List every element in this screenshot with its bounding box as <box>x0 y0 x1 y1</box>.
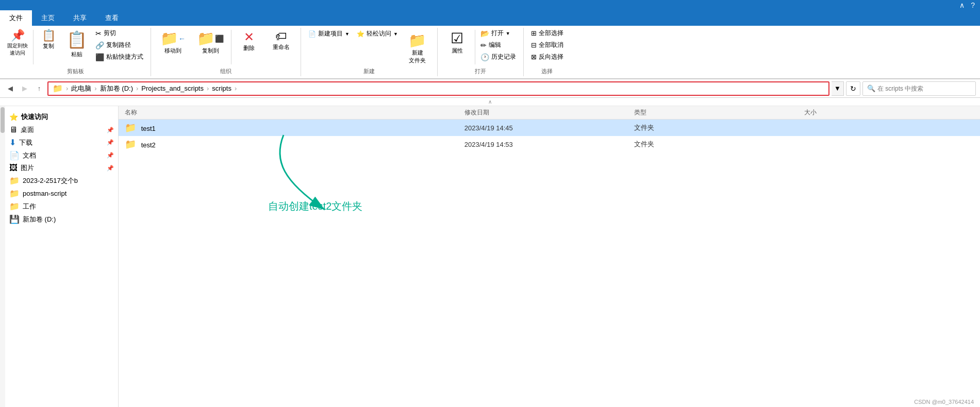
file-list: 📁 test1 2023/4/19 14:45 文件夹 📁 test2 2023… <box>119 120 980 152</box>
tab-share[interactable]: 共享 <box>64 10 96 26</box>
file-list-wrapper: 📁 test1 2023/4/19 14:45 文件夹 📁 test2 2023… <box>119 120 980 407</box>
paste-shortcut-button[interactable]: ⬛ 粘贴快捷方式 <box>92 52 146 62</box>
address-dropdown-button[interactable]: ▼ <box>832 81 844 96</box>
main-area: ⭐ 快速访问 🖥 桌面 📌 ⬇ 下载 📌 📄 文档 📌 <box>0 106 980 407</box>
up-button[interactable]: ↑ <box>33 82 45 95</box>
move-to-label: 移动到 <box>164 47 181 55</box>
tab-view[interactable]: 查看 <box>96 10 128 26</box>
file-area: 名称 修改日期 类型 大小 📁 test1 2023/4/19 14:45 文件… <box>119 106 980 407</box>
select-none-icon: ⊟ <box>531 41 537 49</box>
postman-icon: 📁 <box>9 189 20 198</box>
edit-button[interactable]: ✏ 编辑 <box>477 40 519 50</box>
help-button[interactable]: ? <box>968 0 978 10</box>
sidebar-scroll-thumb[interactable] <box>1 107 5 133</box>
pictures-label: 图片 <box>21 163 34 173</box>
collapse-ribbon-button[interactable]: ∧ <box>956 0 968 10</box>
copy-button[interactable]: 📋 复制 <box>36 28 61 52</box>
sidebar-container: ⭐ 快速访问 🖥 桌面 📌 ⬇ 下载 📌 📄 文档 📌 <box>0 106 119 407</box>
col-header-name[interactable]: 名称 <box>125 108 464 117</box>
path-item-scripts[interactable]: scripts <box>212 84 231 92</box>
tab-file[interactable]: 文件 <box>0 10 32 26</box>
paste-button[interactable]: 📋 粘贴 <box>62 28 91 60</box>
table-row[interactable]: 📁 test2 2023/4/19 14:53 文件夹 <box>119 136 980 152</box>
ribbon: 文件 主页 共享 查看 📌 固定到快速访问 📋 复制 <box>0 10 980 79</box>
cut-label: 剪切 <box>104 29 116 38</box>
sidebar-scrollbar[interactable] <box>0 106 5 407</box>
col-header-date[interactable]: 修改日期 <box>464 108 634 117</box>
rename-button[interactable]: 🏷 重命名 <box>265 28 296 53</box>
back-button[interactable]: ◀ <box>4 82 16 95</box>
ribbon-tabs: 文件 主页 共享 查看 <box>0 10 980 26</box>
file-folder-icon2: 📁 <box>125 139 136 149</box>
invert-selection-button[interactable]: ⊠ 反向选择 <box>528 52 567 62</box>
pin-label: 固定到快速访问 <box>7 42 28 57</box>
clipboard-label: 剪贴板 <box>67 66 84 76</box>
move-to-button[interactable]: 📁← 移动到 <box>155 28 191 57</box>
file-type-test2: 文件夹 <box>634 140 804 149</box>
new-folder-button[interactable]: 📁 新建文件夹 <box>402 30 433 66</box>
sidebar-item-drive[interactable]: 💾 新加卷 (D:) <box>5 213 118 226</box>
sidebar-quick-access-header[interactable]: ⭐ 快速访问 <box>5 110 118 124</box>
paste-icon: 📋 <box>67 30 87 49</box>
work-icon: 📁 <box>9 201 20 211</box>
organize-label: 组织 <box>220 66 231 76</box>
paste-shortcut-icon: ⬛ <box>95 53 104 61</box>
history-icon: 🕐 <box>480 53 489 61</box>
refresh-button[interactable]: ↻ <box>846 81 860 96</box>
work-label: 工作 <box>23 202 36 211</box>
easy-access-label: 轻松访问 <box>367 29 391 38</box>
select-label: 选择 <box>541 66 553 76</box>
cut-button[interactable]: ✂ 剪切 <box>92 28 146 39</box>
new-item-button[interactable]: 📄 新建项目 ▼ <box>305 28 353 40</box>
path-item-projects[interactable]: Projects_and_scripts <box>141 84 204 92</box>
edit-label: 编辑 <box>489 41 501 49</box>
quick-access-label: 快速访问 <box>21 112 48 122</box>
ribbon-group-open: ☑ 属性 📂 打开 ▼ ✏ 编辑 🕐 历史记 <box>438 28 524 76</box>
sidebar-item-pictures[interactable]: 🖼 图片 📌 <box>5 162 118 174</box>
col-header-size[interactable]: 大小 <box>804 108 974 117</box>
search-input[interactable] <box>877 85 971 92</box>
ribbon-group-clipboard: 📌 固定到快速访问 📋 复制 📋 粘贴 <box>0 28 151 76</box>
invert-icon: ⊠ <box>531 53 537 61</box>
table-row[interactable]: 📁 test1 2023/4/19 14:45 文件夹 <box>119 120 980 136</box>
select-none-button[interactable]: ⊟ 全部取消 <box>528 40 567 50</box>
documents-pin-icon: 📌 <box>107 152 114 159</box>
collapse-row: ∧ <box>0 98 980 106</box>
sidebar-item-documents[interactable]: 📄 文档 📌 <box>5 149 118 162</box>
new-folder-icon: 📁 <box>408 32 426 49</box>
col-header-type[interactable]: 类型 <box>634 108 804 117</box>
file-date-test2: 2023/4/19 14:53 <box>464 141 634 148</box>
properties-label: 属性 <box>452 47 463 55</box>
copy-path-button[interactable]: 🔗 复制路径 <box>92 40 146 50</box>
search-box[interactable]: 🔍 <box>862 81 976 96</box>
path-item-drive[interactable]: 新加卷 (D:) <box>100 84 133 93</box>
pictures-pin-icon: 📌 <box>107 165 114 172</box>
collapse-button[interactable]: ∧ <box>488 99 492 105</box>
sidebar-item-desktop[interactable]: 🖥 桌面 📌 <box>5 124 118 136</box>
sidebar-item-work[interactable]: 📁 工作 <box>5 200 118 213</box>
delete-icon: ✕ <box>244 30 254 44</box>
sidebar-item-folder1[interactable]: 📁 2023-2-2517交个b <box>5 174 118 187</box>
delete-button[interactable]: ✕ 删除 <box>234 28 264 54</box>
sidebar: ⭐ 快速访问 🖥 桌面 📌 ⬇ 下载 📌 📄 文档 📌 <box>5 106 119 407</box>
drive-icon: 💾 <box>9 214 20 224</box>
select-all-button[interactable]: ⊞ 全部选择 <box>528 28 567 39</box>
path-item-computer[interactable]: 此电脑 <box>71 84 91 93</box>
easy-access-arrow: ▼ <box>393 31 398 37</box>
pin-to-quick-access-button[interactable]: 📌 固定到快速访问 <box>4 28 31 59</box>
ribbon-body: 📌 固定到快速访问 📋 复制 📋 粘贴 <box>0 26 980 79</box>
easy-access-button[interactable]: ⭐ 轻松访问 ▼ <box>354 28 401 40</box>
new-folder-label: 新建文件夹 <box>409 49 426 64</box>
history-button[interactable]: 🕐 历史记录 <box>477 52 519 62</box>
sidebar-item-downloads[interactable]: ⬇ 下载 📌 <box>5 136 118 149</box>
tab-home[interactable]: 主页 <box>32 10 64 26</box>
properties-button[interactable]: ☑ 属性 <box>442 28 473 57</box>
copy-to-button[interactable]: 📁⬛ 复制到 <box>192 28 229 57</box>
open-button[interactable]: 📂 打开 ▼ <box>477 28 519 39</box>
select-all-icon: ⊞ <box>531 29 537 37</box>
address-path[interactable]: 📁 › 此电脑 › 新加卷 (D:) › Projects_and_script… <box>47 81 829 96</box>
path-folder-icon: 📁 <box>53 83 63 93</box>
copy-path-label: 复制路径 <box>106 41 131 49</box>
forward-button[interactable]: ▶ <box>19 82 31 95</box>
sidebar-item-postman[interactable]: 📁 postman-script <box>5 187 118 200</box>
